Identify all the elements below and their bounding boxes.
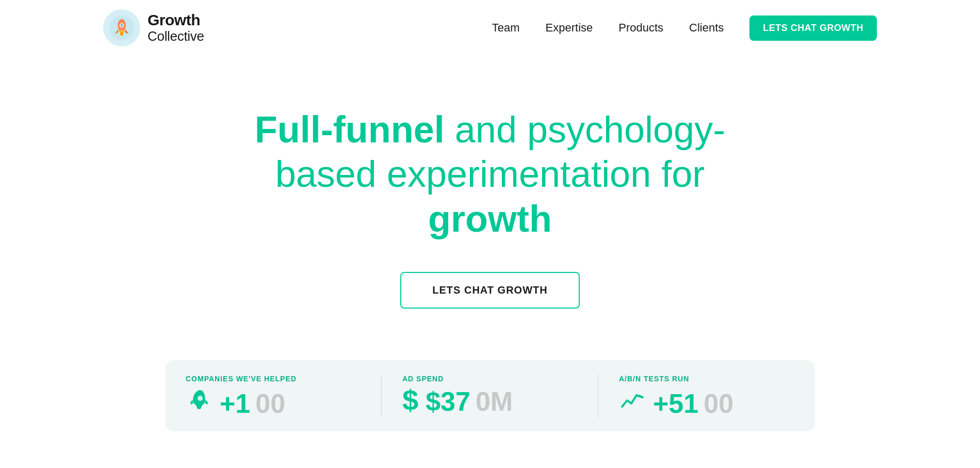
stat-ab-tests-value-row: +51 00 [619,386,733,417]
hero-headline-bold: Full-funnel [255,109,445,150]
dollar-icon: $ [402,386,418,415]
svg-point-5 [121,31,123,36]
navbar: Growth Collective Team Expertise Product… [0,0,980,56]
stat-ab-tests-label: A/B/n TESTS RUN [619,375,689,383]
logo[interactable]: Growth Collective [103,9,204,46]
hero-headline: Full-funnel and psychology-based experim… [255,107,725,241]
stat-companies: COMPANIES WE'VE HELPED +1 00 [165,360,382,431]
stat-companies-partial: 00 [255,390,285,417]
hero-headline-growth: growth [428,198,552,239]
stat-ab-tests-number: +51 [653,390,698,417]
logo-icon [103,9,140,46]
nav-products[interactable]: Products [618,21,663,35]
logo-text: Growth Collective [148,11,204,44]
nav-team[interactable]: Team [492,21,520,35]
stat-companies-value-row: +1 00 [186,386,285,417]
hero-cta-button[interactable]: LETS CHAT GROWTH [400,272,579,309]
stat-ad-spend-value-row: $ $37 0M [402,386,513,415]
svg-point-3 [121,24,123,27]
nav-links: Team Expertise Products Clients LETS CHA… [492,15,877,41]
stat-companies-number: +1 [220,390,250,417]
stat-ad-spend-partial: 0M [476,388,513,415]
svg-point-6 [198,396,203,401]
stat-ab-tests: A/B/n TESTS RUN +51 00 [598,360,815,431]
brand-name: Growth [148,11,204,29]
nav-expertise[interactable]: Expertise [546,21,593,35]
stat-ad-spend-label: AD SPEND [402,375,444,383]
hero-section: Full-funnel and psychology-based experim… [0,56,980,340]
nav-clients[interactable]: Clients [689,21,724,35]
chart-icon [619,386,646,417]
rocket-icon [186,386,213,417]
stats-strip: COMPANIES WE'VE HELPED +1 00 AD SPEND $ … [165,360,815,431]
stat-ad-spend-number: $37 [426,388,470,415]
stat-companies-label: COMPANIES WE'VE HELPED [186,375,297,383]
nav-cta-button[interactable]: LETS CHAT GROWTH [749,15,877,41]
stat-ab-tests-partial: 00 [704,390,733,417]
brand-subtitle: Collective [148,29,204,44]
stat-ad-spend: AD SPEND $ $37 0M [382,360,598,431]
